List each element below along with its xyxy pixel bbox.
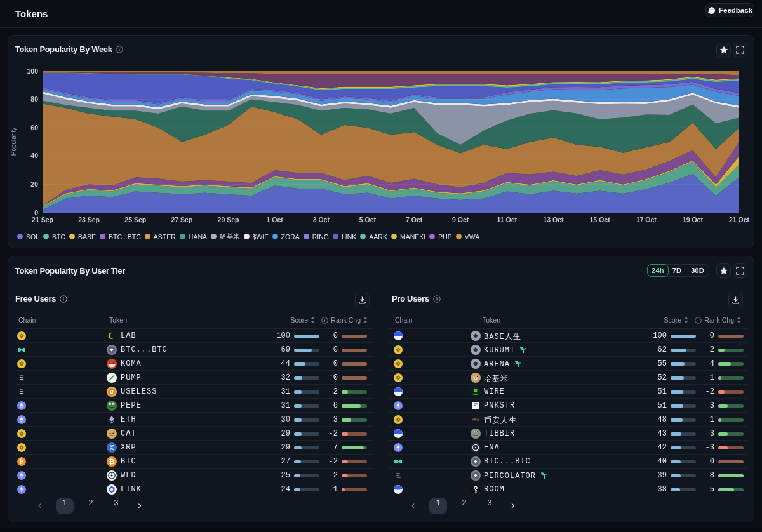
svg-text:21 Sep: 21 Sep <box>32 216 53 223</box>
svg-text:15 Oct: 15 Oct <box>590 216 611 223</box>
svg-text:1 Oct: 1 Oct <box>267 216 284 223</box>
svg-text:9 Oct: 9 Oct <box>452 216 469 223</box>
svg-text:币安人生: 币安人生 <box>472 418 479 421</box>
svg-text:17 Oct: 17 Oct <box>636 216 657 223</box>
svg-text:11 Oct: 11 Oct <box>497 216 518 223</box>
svg-text:80: 80 <box>30 95 38 103</box>
svg-text:0: 0 <box>34 209 38 216</box>
svg-text:29 Sep: 29 Sep <box>218 216 239 223</box>
svg-text:60: 60 <box>30 124 38 131</box>
svg-text:27 Sep: 27 Sep <box>171 216 192 223</box>
svg-text:19 Oct: 19 Oct <box>683 216 704 223</box>
svg-text:₿: ₿ <box>109 458 114 465</box>
svg-text:40: 40 <box>30 152 38 159</box>
svg-text:20: 20 <box>30 180 38 188</box>
svg-text:100: 100 <box>27 67 38 75</box>
svg-text:Popularity: Popularity <box>10 128 17 156</box>
svg-text:13 Oct: 13 Oct <box>543 216 564 223</box>
svg-text:21 Oct: 21 Oct <box>729 216 750 223</box>
svg-text:₿: ₿ <box>19 458 23 465</box>
svg-text:23 Sep: 23 Sep <box>78 216 100 223</box>
svg-text:25 Sep: 25 Sep <box>124 216 146 223</box>
svg-text:7 Oct: 7 Oct <box>406 216 423 223</box>
svg-text:3 Oct: 3 Oct <box>313 216 330 223</box>
svg-text:5 Oct: 5 Oct <box>359 216 377 223</box>
